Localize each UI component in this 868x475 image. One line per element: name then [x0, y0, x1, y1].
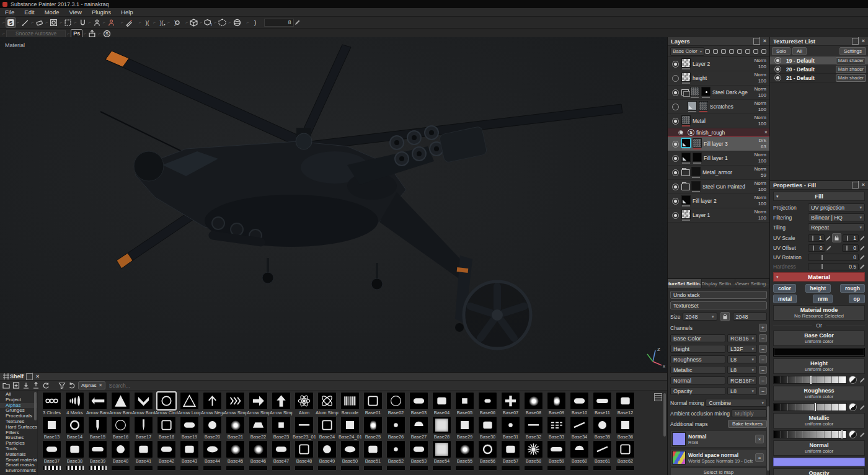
base-color-section-header[interactable]: Base Coloruniform color [773, 331, 865, 346]
remove-channel-button[interactable]: − [759, 366, 767, 374]
alpha-item[interactable]: Arrow Band ... [109, 392, 132, 416]
alpha-item[interactable]: Base35 [591, 416, 614, 440]
layer-visibility-toggle[interactable] [672, 75, 679, 82]
alpha-item[interactable]: Base24_01 [339, 416, 361, 440]
alpha-thumbnail[interactable] [432, 440, 451, 458]
alpha-item-partial[interactable] [591, 464, 614, 471]
layer-blend-mode[interactable]: Norm [748, 195, 766, 201]
alpha-item[interactable]: Base11 [591, 392, 614, 416]
alpha-thumbnail[interactable] [65, 416, 84, 434]
category-filters[interactable]: Filters [0, 430, 37, 436]
edit-pencil-icon[interactable] [826, 246, 831, 251]
alpha-thumbnail[interactable] [157, 440, 176, 458]
textureset-visibility-toggle[interactable] [774, 66, 781, 73]
menu-help[interactable]: Help [116, 9, 138, 16]
uv-rotation-slider[interactable]: 0 [808, 254, 859, 261]
alpha-item[interactable]: Base48 [293, 440, 316, 464]
layer-blend-mode[interactable]: Drk [748, 138, 766, 144]
alpha-item[interactable]: Base36 [614, 416, 637, 440]
popout-icon[interactable] [852, 182, 859, 189]
alpha-item[interactable]: Base55 [453, 440, 476, 464]
shelf-search-input[interactable] [108, 382, 185, 389]
layer-thumbnail[interactable] [681, 138, 691, 149]
alpha-item-partial[interactable] [339, 464, 361, 471]
popout-icon[interactable] [753, 38, 760, 45]
alpha-item[interactable]: Base60 [568, 440, 591, 464]
textureset-visibility-toggle[interactable] [774, 57, 781, 64]
polygon-fill-tool[interactable] [60, 18, 73, 27]
tab-textureset-settings[interactable]: TextureSet Settin...× [668, 279, 702, 288]
layer-visibility-toggle[interactable] [672, 89, 679, 96]
alpha-thumbnail[interactable] [547, 440, 566, 458]
delete-layer-icon[interactable] [761, 48, 767, 55]
alpha-item-partial[interactable] [407, 464, 430, 471]
alpha-item-partial[interactable] [568, 464, 591, 471]
normal-section-header[interactable]: Normaluniform color [773, 440, 865, 456]
link-icon[interactable] [745, 48, 751, 55]
alpha-item[interactable]: Base37 [40, 440, 63, 464]
layer-blend-mode[interactable]: Norm [748, 209, 766, 215]
alpha-thumbnail[interactable] [363, 416, 383, 434]
menu-edit[interactable]: Edit [19, 9, 39, 16]
normal-color-swatch[interactable] [773, 458, 865, 466]
alpha-item[interactable]: Base56 [476, 440, 499, 464]
alpha-thumbnail[interactable] [478, 392, 497, 410]
alpha-item-partial[interactable] [155, 464, 178, 471]
select-id-map-bar[interactable]: Select id map [670, 468, 767, 475]
alpha-item[interactable]: Base17 [132, 416, 155, 440]
ao-mixing-field[interactable]: Multiply [732, 409, 767, 417]
alpha-item[interactable]: Base10 [568, 392, 591, 416]
alpha-item[interactable]: Base12 [614, 392, 637, 416]
edit-pencil-icon[interactable] [860, 236, 865, 241]
channel-op-button[interactable]: op [849, 295, 865, 303]
symmetry-y[interactable]: )( [153, 18, 166, 27]
alpha-thumbnail[interactable] [340, 440, 360, 458]
solo-button[interactable]: Solo [772, 47, 790, 55]
alpha-thumbnail[interactable] [134, 440, 153, 458]
smudge-tool[interactable] [74, 18, 87, 27]
alpha-item[interactable]: Base41 [132, 440, 155, 464]
filter-token-alphas[interactable]: Alphas× [78, 381, 105, 389]
alpha-thumbnail[interactable] [294, 416, 314, 434]
category-textures[interactable]: Textures [0, 419, 37, 425]
alpha-thumbnail[interactable] [157, 416, 176, 434]
material-mode[interactable] [185, 18, 198, 27]
layer-visibility-toggle[interactable] [672, 61, 679, 68]
textureset-row[interactable]: 20 - DefaultMain shader [770, 65, 868, 74]
alpha-thumbnail[interactable] [363, 440, 383, 458]
alpha-item[interactable]: Base28 [430, 416, 453, 440]
remove-channel-button[interactable]: − [759, 355, 767, 363]
uv-scale-x-slider[interactable]: 1 [808, 234, 825, 242]
alpha-thumbnail[interactable] [340, 416, 360, 434]
alpha-item[interactable]: Base22 [247, 416, 270, 440]
clear-map-icon[interactable]: × [755, 453, 764, 462]
layer-thumbnail[interactable] [693, 138, 702, 149]
alpha-thumbnail[interactable] [547, 416, 566, 434]
base-color-color-swatch[interactable] [773, 348, 865, 357]
alpha-thumbnail[interactable] [203, 416, 222, 434]
category-brushes[interactable]: Brushes [0, 435, 37, 441]
alpha-item-partial[interactable] [614, 464, 637, 471]
alpha-thumbnail[interactable] [455, 392, 474, 410]
edit-pencil-icon[interactable] [826, 236, 831, 241]
alpha-item[interactable]: Base54 [430, 440, 453, 464]
category-procedurals[interactable]: Procedurals [0, 414, 37, 419]
alpha-thumbnail[interactable] [524, 416, 543, 434]
menu-mode[interactable]: Mode [40, 9, 64, 16]
alpha-item[interactable]: Base21 [224, 416, 247, 440]
display-mode[interactable]: 4 [200, 18, 213, 27]
close-icon[interactable]: × [862, 38, 865, 44]
layer-thumbnail[interactable] [681, 58, 691, 69]
alpha-item[interactable]: Arrow Loop [178, 392, 201, 416]
category-smart-masks[interactable]: Smart masks [0, 463, 37, 468]
category-environments[interactable]: Environments [0, 468, 37, 474]
edit-pencil-icon[interactable] [860, 405, 865, 410]
alpha-item[interactable]: Base24 [316, 416, 339, 440]
channel-format-dropdown[interactable]: RGB16F▾ [727, 376, 757, 384]
metallic-section-header[interactable]: Metallicuniform color [773, 413, 865, 428]
alpha-item-partial[interactable] [293, 464, 316, 471]
alpha-thumbnail[interactable] [249, 440, 268, 458]
alpha-item[interactable]: Base30 [476, 416, 499, 440]
projection-tool[interactable] [45, 18, 58, 27]
popout-icon[interactable] [852, 38, 859, 45]
